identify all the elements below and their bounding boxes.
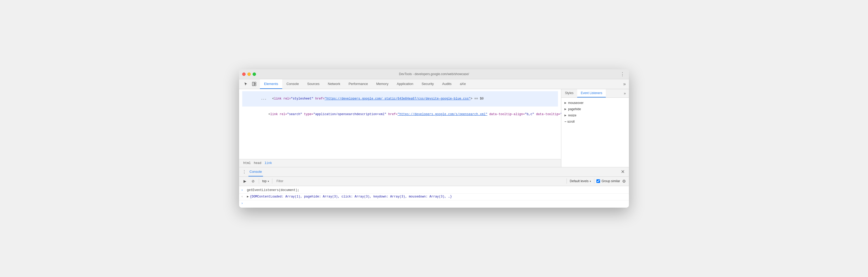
styles-more-icon[interactable]: » <box>621 89 629 97</box>
minimize-button[interactable] <box>247 72 251 76</box>
console-play-button[interactable]: ▶ <box>241 178 248 185</box>
tab-overflow-button[interactable]: » <box>621 79 628 89</box>
styles-tab-styles[interactable]: Styles <box>561 89 577 97</box>
tab-application[interactable]: Application <box>393 79 417 89</box>
console-input-row[interactable]: › getEventListeners(document); <box>239 187 629 193</box>
breadcrumb-html[interactable]: html <box>242 161 252 165</box>
group-similar-area: Group similar <box>596 179 620 183</box>
svg-rect-1 <box>254 82 256 84</box>
console-cursor-row[interactable]: › <box>239 201 629 207</box>
console-block-button[interactable]: ⊘ <box>249 178 257 185</box>
toolbar-separator-4 <box>594 179 594 184</box>
console-settings-icon[interactable]: ⚙ <box>621 178 627 185</box>
console-prompt-input: › <box>241 188 245 193</box>
breadcrumb-link[interactable]: link <box>264 161 273 165</box>
context-dropdown-arrow: ▾ <box>268 180 269 183</box>
html-line-1[interactable]: ... <link rel="stylesheet" href="https:/… <box>242 91 558 107</box>
levels-dropdown-arrow: ▾ <box>590 180 591 183</box>
title-bar: DevTools - developers.google.com/web/sho… <box>239 69 629 79</box>
console-filter-input[interactable] <box>274 178 564 184</box>
svg-rect-2 <box>254 84 256 86</box>
breadcrumb: html head link <box>239 159 561 167</box>
console-input-text: getEventListeners(document); <box>247 188 627 193</box>
arrow-icon: ▶ <box>564 107 566 111</box>
group-similar-checkbox[interactable] <box>596 179 600 183</box>
console-output: › getEventListeners(document); ‹ ▶{DOMCo… <box>239 186 629 208</box>
event-resize[interactable]: ▶ resize <box>564 112 626 119</box>
console-drawer-header: ⋮ Console ✕ <box>239 167 629 177</box>
group-similar-label: Group similar <box>601 179 620 183</box>
elements-panel: ... <link rel="stylesheet" href="https:/… <box>239 89 561 167</box>
expand-arrow-icon[interactable]: ▶ <box>247 195 249 198</box>
tab-sources[interactable]: Sources <box>303 79 324 89</box>
console-drawer-tab[interactable]: Console <box>248 167 263 177</box>
console-levels-selector[interactable]: Default levels ▾ <box>569 179 592 183</box>
tab-audits[interactable]: Audits <box>438 79 456 89</box>
close-button[interactable] <box>242 72 246 76</box>
event-mouseover[interactable]: ▶ mouseover <box>564 100 626 106</box>
console-cursor: › <box>241 201 243 206</box>
tab-elements[interactable]: Elements <box>260 79 282 89</box>
toolbar-separator-3 <box>566 179 567 184</box>
event-pagehide[interactable]: ▶ pagehide <box>564 106 626 112</box>
tab-bar-tabs: Elements Console Sources Network Perform… <box>260 79 621 89</box>
tab-axe[interactable]: aXe <box>456 79 470 89</box>
window-title: DevTools - developers.google.com/web/sho… <box>399 72 469 76</box>
tab-memory[interactable]: Memory <box>372 79 393 89</box>
traffic-lights <box>242 72 256 76</box>
inspect-icon[interactable] <box>250 80 258 88</box>
console-response-text: ▶{DOMContentLoaded: Array(1), pagehide: … <box>247 194 627 199</box>
arrow-icon: ▶ <box>564 114 566 117</box>
console-drawer-dots-icon[interactable]: ⋮ <box>241 168 247 175</box>
html-line-2[interactable]: <link rel="search" type="application/ope… <box>242 106 558 122</box>
event-listeners-list: ▶ mouseover ▶ pagehide ▶ resize scroll <box>561 98 629 127</box>
main-content: ... <link rel="stylesheet" href="https:/… <box>239 89 629 167</box>
tab-network[interactable]: Network <box>324 79 345 89</box>
console-close-button[interactable]: ✕ <box>619 168 627 176</box>
tab-security[interactable]: Security <box>417 79 438 89</box>
console-drawer: ⋮ Console ✕ ▶ ⊘ top ▾ Default levels ▾ <box>239 167 629 208</box>
tab-bar: Elements Console Sources Network Perform… <box>239 79 629 89</box>
breadcrumb-head[interactable]: head <box>253 161 262 165</box>
devtools-window: DevTools - developers.google.com/web/sho… <box>239 69 629 208</box>
tab-bar-icons <box>240 79 260 89</box>
arrow-icon: ▶ <box>564 101 566 104</box>
toolbar-separator-1 <box>259 179 259 184</box>
console-prompt-response: ‹ <box>241 194 245 199</box>
console-context-selector[interactable]: top ▾ <box>261 179 270 183</box>
event-scroll[interactable]: scroll <box>564 119 626 125</box>
styles-tab-event-listeners[interactable]: Event Listeners <box>577 89 606 97</box>
cursor-icon[interactable] <box>242 80 249 88</box>
html-viewer: ... <link rel="stylesheet" href="https:/… <box>239 89 561 159</box>
console-response-row[interactable]: ‹ ▶{DOMContentLoaded: Array(1), pagehide… <box>239 193 629 200</box>
styles-panel-tabs: Styles Event Listeners » <box>561 89 629 98</box>
menu-icon[interactable]: ⋮ <box>619 71 626 77</box>
console-toolbar: ▶ ⊘ top ▾ Default levels ▾ Group similar <box>239 177 629 186</box>
styles-panel: Styles Event Listeners » ▶ mouseover ▶ p… <box>561 89 629 167</box>
tab-performance[interactable]: Performance <box>344 79 372 89</box>
maximize-button[interactable] <box>253 72 256 76</box>
svg-rect-0 <box>252 82 254 86</box>
tab-console[interactable]: Console <box>282 79 303 89</box>
